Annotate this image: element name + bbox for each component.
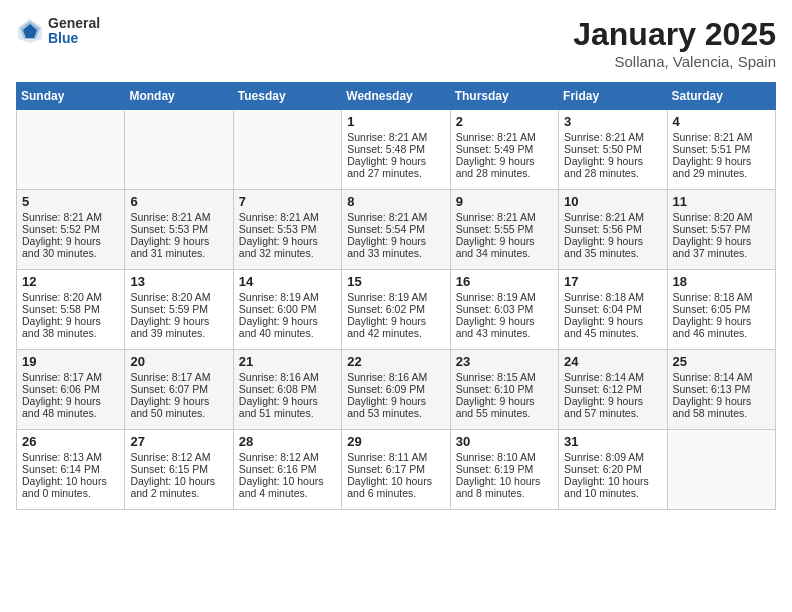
sunset-text: Sunset: 6:09 PM [347,383,444,395]
calendar-cell: 31Sunrise: 8:09 AMSunset: 6:20 PMDayligh… [559,430,667,510]
daylight-text: Daylight: 9 hours and 34 minutes. [456,235,553,259]
daylight-text: Daylight: 9 hours and 27 minutes. [347,155,444,179]
sunrise-text: Sunrise: 8:21 AM [673,131,770,143]
calendar-week-row: 5Sunrise: 8:21 AMSunset: 5:52 PMDaylight… [17,190,776,270]
daylight-text: Daylight: 9 hours and 50 minutes. [130,395,227,419]
calendar-week-row: 19Sunrise: 8:17 AMSunset: 6:06 PMDayligh… [17,350,776,430]
sunrise-text: Sunrise: 8:13 AM [22,451,119,463]
calendar-week-row: 12Sunrise: 8:20 AMSunset: 5:58 PMDayligh… [17,270,776,350]
sunset-text: Sunset: 6:00 PM [239,303,336,315]
calendar-cell: 9Sunrise: 8:21 AMSunset: 5:55 PMDaylight… [450,190,558,270]
sunset-text: Sunset: 6:16 PM [239,463,336,475]
calendar-cell: 27Sunrise: 8:12 AMSunset: 6:15 PMDayligh… [125,430,233,510]
daylight-text: Daylight: 9 hours and 53 minutes. [347,395,444,419]
sunset-text: Sunset: 5:58 PM [22,303,119,315]
weekday-header: Wednesday [342,83,450,110]
logo-icon [16,17,44,45]
daylight-text: Daylight: 9 hours and 42 minutes. [347,315,444,339]
sunrise-text: Sunrise: 8:20 AM [130,291,227,303]
day-number: 18 [673,274,770,289]
daylight-text: Daylight: 10 hours and 6 minutes. [347,475,444,499]
calendar-cell: 24Sunrise: 8:14 AMSunset: 6:12 PMDayligh… [559,350,667,430]
day-number: 22 [347,354,444,369]
daylight-text: Daylight: 9 hours and 45 minutes. [564,315,661,339]
calendar-cell: 23Sunrise: 8:15 AMSunset: 6:10 PMDayligh… [450,350,558,430]
daylight-text: Daylight: 10 hours and 2 minutes. [130,475,227,499]
sunrise-text: Sunrise: 8:16 AM [347,371,444,383]
day-number: 5 [22,194,119,209]
title-area: January 2025 Sollana, Valencia, Spain [573,16,776,70]
sunset-text: Sunset: 5:55 PM [456,223,553,235]
day-number: 29 [347,434,444,449]
sunset-text: Sunset: 5:56 PM [564,223,661,235]
day-number: 26 [22,434,119,449]
day-number: 20 [130,354,227,369]
day-number: 16 [456,274,553,289]
sunset-text: Sunset: 5:57 PM [673,223,770,235]
day-number: 13 [130,274,227,289]
calendar-cell: 5Sunrise: 8:21 AMSunset: 5:52 PMDaylight… [17,190,125,270]
calendar-cell: 7Sunrise: 8:21 AMSunset: 5:53 PMDaylight… [233,190,341,270]
sunset-text: Sunset: 6:07 PM [130,383,227,395]
sunrise-text: Sunrise: 8:14 AM [564,371,661,383]
sunset-text: Sunset: 6:10 PM [456,383,553,395]
weekday-header: Sunday [17,83,125,110]
sunrise-text: Sunrise: 8:19 AM [347,291,444,303]
sunrise-text: Sunrise: 8:21 AM [564,211,661,223]
calendar-cell: 2Sunrise: 8:21 AMSunset: 5:49 PMDaylight… [450,110,558,190]
sunset-text: Sunset: 6:17 PM [347,463,444,475]
calendar-cell [233,110,341,190]
sunset-text: Sunset: 6:05 PM [673,303,770,315]
day-number: 1 [347,114,444,129]
sunset-text: Sunset: 6:08 PM [239,383,336,395]
calendar-cell: 14Sunrise: 8:19 AMSunset: 6:00 PMDayligh… [233,270,341,350]
sunrise-text: Sunrise: 8:21 AM [456,211,553,223]
daylight-text: Daylight: 9 hours and 58 minutes. [673,395,770,419]
day-number: 24 [564,354,661,369]
day-number: 30 [456,434,553,449]
sunrise-text: Sunrise: 8:21 AM [22,211,119,223]
daylight-text: Daylight: 10 hours and 4 minutes. [239,475,336,499]
calendar-cell: 4Sunrise: 8:21 AMSunset: 5:51 PMDaylight… [667,110,775,190]
daylight-text: Daylight: 9 hours and 32 minutes. [239,235,336,259]
logo-text: General Blue [48,16,100,47]
day-number: 10 [564,194,661,209]
daylight-text: Daylight: 9 hours and 55 minutes. [456,395,553,419]
calendar-cell: 6Sunrise: 8:21 AMSunset: 5:53 PMDaylight… [125,190,233,270]
sunset-text: Sunset: 5:49 PM [456,143,553,155]
sunset-text: Sunset: 6:12 PM [564,383,661,395]
sunrise-text: Sunrise: 8:20 AM [22,291,119,303]
sunrise-text: Sunrise: 8:21 AM [456,131,553,143]
day-number: 28 [239,434,336,449]
daylight-text: Daylight: 9 hours and 37 minutes. [673,235,770,259]
weekday-header: Thursday [450,83,558,110]
sunset-text: Sunset: 6:15 PM [130,463,227,475]
sunrise-text: Sunrise: 8:21 AM [130,211,227,223]
daylight-text: Daylight: 10 hours and 0 minutes. [22,475,119,499]
day-number: 14 [239,274,336,289]
sunset-text: Sunset: 5:52 PM [22,223,119,235]
sunrise-text: Sunrise: 8:18 AM [673,291,770,303]
daylight-text: Daylight: 9 hours and 38 minutes. [22,315,119,339]
calendar-cell [667,430,775,510]
day-number: 7 [239,194,336,209]
sunrise-text: Sunrise: 8:12 AM [130,451,227,463]
day-number: 12 [22,274,119,289]
calendar-cell: 28Sunrise: 8:12 AMSunset: 6:16 PMDayligh… [233,430,341,510]
sunrise-text: Sunrise: 8:11 AM [347,451,444,463]
calendar-cell: 30Sunrise: 8:10 AMSunset: 6:19 PMDayligh… [450,430,558,510]
calendar-header: SundayMondayTuesdayWednesdayThursdayFrid… [17,83,776,110]
logo-blue: Blue [48,31,100,46]
day-number: 11 [673,194,770,209]
day-number: 31 [564,434,661,449]
calendar-cell: 8Sunrise: 8:21 AMSunset: 5:54 PMDaylight… [342,190,450,270]
calendar-week-row: 26Sunrise: 8:13 AMSunset: 6:14 PMDayligh… [17,430,776,510]
day-number: 15 [347,274,444,289]
day-number: 25 [673,354,770,369]
daylight-text: Daylight: 9 hours and 46 minutes. [673,315,770,339]
calendar-cell: 3Sunrise: 8:21 AMSunset: 5:50 PMDaylight… [559,110,667,190]
daylight-text: Daylight: 9 hours and 35 minutes. [564,235,661,259]
daylight-text: Daylight: 9 hours and 29 minutes. [673,155,770,179]
sunrise-text: Sunrise: 8:12 AM [239,451,336,463]
sunset-text: Sunset: 6:02 PM [347,303,444,315]
